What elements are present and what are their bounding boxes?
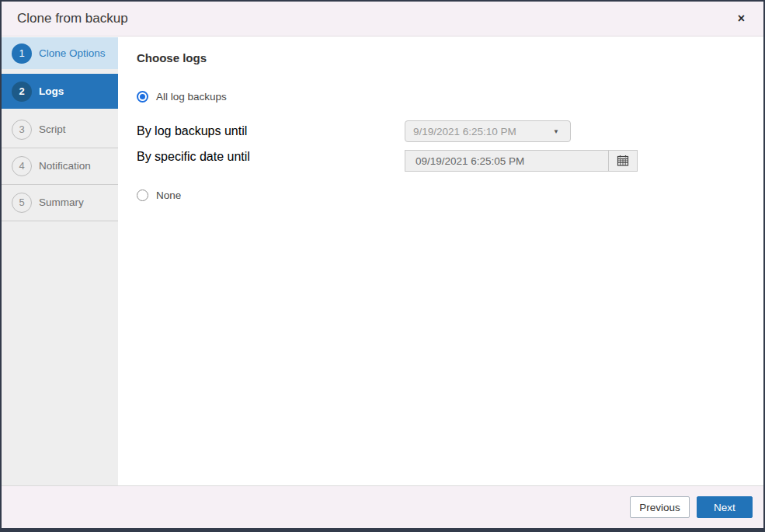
specific-date-input-group: 09/19/2021 6:25:05 PM: [405, 150, 638, 172]
dialog-title: Clone from backup: [17, 11, 128, 26]
option-label: By specific date until: [137, 150, 250, 163]
radio-none[interactable]: [137, 190, 148, 201]
step-number-badge: 3: [12, 120, 32, 140]
step-label: Summary: [39, 196, 84, 208]
next-button[interactable]: Next: [697, 496, 753, 518]
choose-logs-panel: Choose logs All log backups By log backu…: [118, 37, 763, 485]
radio-all-log-backups[interactable]: [137, 91, 148, 103]
wizard-steps-sidebar: 1 Clone Options 2 Logs 3 Script 4 Notifi…: [2, 37, 118, 485]
previous-button[interactable]: Previous: [630, 496, 690, 518]
step-number-badge: 4: [12, 156, 32, 176]
calendar-button[interactable]: [608, 151, 637, 171]
step-logs[interactable]: 2 Logs: [2, 74, 118, 109]
step-label: Clone Options: [39, 47, 106, 59]
page-title: Choose logs: [137, 51, 763, 64]
step-number-badge: 1: [12, 43, 32, 64]
step-separator: [2, 218, 118, 223]
dialog-titlebar: Clone from backup ×: [2, 2, 763, 37]
step-number-badge: 5: [12, 193, 32, 213]
step-label: Script: [39, 123, 66, 135]
step-script[interactable]: 3 Script: [2, 113, 118, 145]
dialog-footer: Previous Next: [2, 485, 763, 528]
close-icon[interactable]: ×: [733, 9, 749, 28]
option-by-specific-date-row: By specific date until 09/19/2021 6:25:0…: [137, 150, 763, 179]
dropdown-selected-value: 9/19/2021 6:25:10 PM: [413, 126, 553, 137]
date-input[interactable]: 09/19/2021 6:25:05 PM: [405, 151, 608, 171]
step-label: Logs: [39, 85, 64, 97]
chevron-down-icon: ▼: [553, 128, 559, 135]
calendar-icon: [617, 155, 629, 167]
clone-from-backup-dialog: Clone from backup × 1 Clone Options 2 Lo…: [0, 0, 765, 532]
log-backup-time-dropdown[interactable]: 9/19/2021 6:25:10 PM ▼: [405, 120, 571, 142]
step-summary[interactable]: 5 Summary: [2, 186, 118, 218]
option-all-log-backups[interactable]: All log backups: [137, 85, 763, 108]
option-none[interactable]: None: [137, 183, 763, 207]
option-label: By log backups until: [137, 124, 247, 138]
option-by-log-backups-row: By log backups until 9/19/2021 6:25:10 P…: [137, 120, 763, 150]
option-label: None: [156, 190, 181, 201]
step-number-badge: 2: [12, 82, 32, 102]
option-label: All log backups: [156, 91, 227, 103]
step-label: Notification: [39, 160, 91, 172]
step-clone-options[interactable]: 1 Clone Options: [2, 37, 118, 69]
step-notification[interactable]: 4 Notification: [2, 150, 118, 182]
